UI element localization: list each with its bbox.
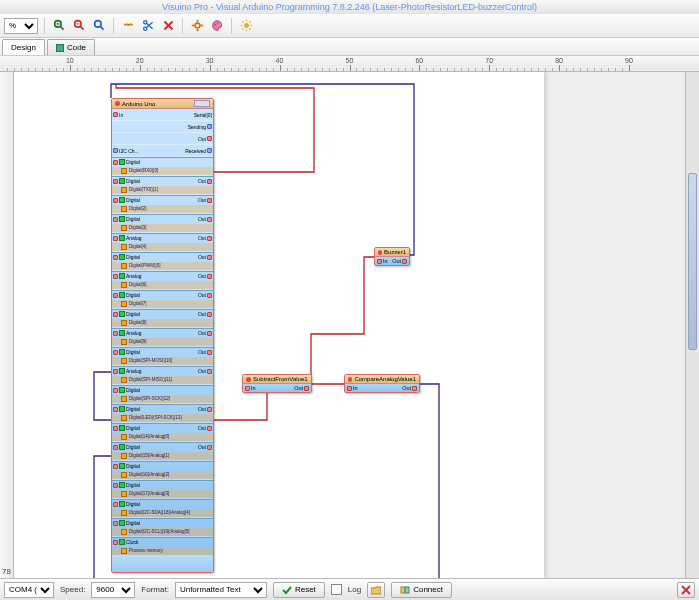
connect-button[interactable]: Connect <box>391 582 452 598</box>
pin-out[interactable] <box>207 124 212 129</box>
node-header[interactable]: Buzzer1 <box>375 248 409 257</box>
pin-row[interactable]: DigitalDigital(SPI-SCK)[12] <box>112 385 213 404</box>
pin-in[interactable] <box>113 502 118 507</box>
pin-out[interactable] <box>207 198 212 203</box>
pin-in[interactable] <box>113 369 118 374</box>
pin-row[interactable]: DigitalOutDigital[14]/Analog[0] <box>112 423 213 442</box>
pin-in[interactable] <box>113 179 118 184</box>
pin-row[interactable]: DigitalOutDigital[8] <box>112 309 213 328</box>
scissors-icon[interactable] <box>140 18 156 34</box>
pin-row[interactable]: DigitalOutDigital[7] <box>112 290 213 309</box>
pin-in[interactable] <box>113 331 118 336</box>
scroll-thumb[interactable] <box>688 173 697 350</box>
pin-in[interactable] <box>113 483 118 488</box>
pin-row[interactable]: DigitalDigital[17]/Analog[3] <box>112 480 213 499</box>
compare-node[interactable]: CompareAnalogValue1 InOut <box>344 374 420 393</box>
pin-in[interactable] <box>113 274 118 279</box>
pin-row[interactable]: DigitalDigital[16]/Analog[2] <box>112 461 213 480</box>
pin-out[interactable] <box>207 293 212 298</box>
pin-row[interactable]: DigitalOutDigital(SPI-MOSI)[10] <box>112 347 213 366</box>
node-collapse[interactable] <box>194 100 210 107</box>
pin-in[interactable] <box>113 426 118 431</box>
pin-row[interactable]: DigitalOutDigital[2] <box>112 195 213 214</box>
pin-row[interactable]: DigitalOutDigital(PWM)[5] <box>112 252 213 271</box>
node-header[interactable]: SubtractFromValue1 <box>243 375 311 384</box>
pin-row[interactable]: I2C Ch... Received <box>112 145 213 157</box>
pin-out[interactable] <box>207 426 212 431</box>
pin-row[interactable]: DigitalOutDigital[3] <box>112 214 213 233</box>
pin-out[interactable] <box>207 369 212 374</box>
pin-row[interactable]: Out <box>112 133 213 145</box>
pin-in[interactable] <box>113 198 118 203</box>
pin-in[interactable] <box>113 445 118 450</box>
subtract-node[interactable]: SubtractFromValue1 InOut <box>242 374 312 393</box>
speed-combo[interactable]: 9600 <box>91 582 135 598</box>
link-icon[interactable] <box>120 18 136 34</box>
zoom-out-icon[interactable] <box>71 18 87 34</box>
buzzer-node[interactable]: Buzzer1 InOut <box>374 247 410 266</box>
pin-in[interactable] <box>113 160 118 165</box>
pin-row[interactable]: AnalogOutDigital[9] <box>112 328 213 347</box>
tab-design[interactable]: Design <box>2 39 45 55</box>
delete-icon[interactable] <box>160 18 176 34</box>
pin-out[interactable] <box>207 331 212 336</box>
pin-row[interactable]: In Serial[0] <box>112 109 213 121</box>
pin-row[interactable]: ClockProcess memory <box>112 537 213 556</box>
pin-in[interactable] <box>113 217 118 222</box>
pin-out[interactable] <box>207 350 212 355</box>
pin-out[interactable] <box>207 136 212 141</box>
pin-in[interactable] <box>113 112 118 117</box>
pin-out[interactable] <box>402 259 407 264</box>
pin-row[interactable]: DigitalOutDigital(LED)(SPI-SCK)[13] <box>112 404 213 423</box>
pin-in[interactable] <box>113 388 118 393</box>
zoom-fit-icon[interactable] <box>91 18 107 34</box>
pin-row[interactable]: DigitalOutDigital[15]/Analog[1] <box>112 442 213 461</box>
pin-out[interactable] <box>207 274 212 279</box>
pin-out[interactable] <box>207 217 212 222</box>
pin-row[interactable]: AnalogOutDigital[6] <box>112 271 213 290</box>
pin-row[interactable]: DigitalOutDigital(TX0)[1] <box>112 176 213 195</box>
pin-row[interactable]: Sending <box>112 121 213 133</box>
pin-out[interactable] <box>207 445 212 450</box>
pin-in[interactable] <box>377 259 382 264</box>
pin-in[interactable] <box>347 386 352 391</box>
close-panel-button[interactable] <box>677 582 695 598</box>
zoom-combo[interactable]: % <box>4 18 38 34</box>
node-header[interactable]: CompareAnalogValue1 <box>345 375 419 384</box>
pin-in[interactable] <box>113 312 118 317</box>
format-combo[interactable]: Unformatted Text <box>175 582 267 598</box>
arduino-node[interactable]: Arduino Uno In Serial[0] Sending Out <box>111 98 214 573</box>
pin-out[interactable] <box>207 407 212 412</box>
pin-in[interactable] <box>113 255 118 260</box>
pin-out[interactable] <box>207 148 212 153</box>
pin-in[interactable] <box>113 293 118 298</box>
pin-out[interactable] <box>207 236 212 241</box>
pin-row[interactable]: DigitalDigital(I2C-SCL)[19]/Analog[5] <box>112 518 213 537</box>
pin-in[interactable] <box>113 540 118 545</box>
pin-in[interactable] <box>113 236 118 241</box>
pin-out[interactable] <box>207 255 212 260</box>
pin-in[interactable] <box>113 407 118 412</box>
pin-in[interactable] <box>113 350 118 355</box>
tab-code[interactable]: Code <box>47 39 95 55</box>
pin-in[interactable] <box>113 148 118 153</box>
com-port-combo[interactable]: COM4 (L <box>4 582 54 598</box>
pin-row[interactable]: AnalogOutDigital[4] <box>112 233 213 252</box>
pin-row[interactable]: DigitalDigital(I2C-SDA)[18]/Analog[4] <box>112 499 213 518</box>
pin-in[interactable] <box>113 464 118 469</box>
pin-in[interactable] <box>113 521 118 526</box>
pin-row[interactable]: AnalogOutDigital(SPI-MISO)[11] <box>112 366 213 385</box>
sun-icon[interactable] <box>238 18 254 34</box>
vertical-scrollbar[interactable] <box>685 72 699 578</box>
pin-out[interactable] <box>207 179 212 184</box>
zoom-in-icon[interactable] <box>51 18 67 34</box>
reset-button[interactable]: Reset <box>273 582 325 598</box>
log-checkbox[interactable] <box>331 584 342 595</box>
canvas[interactable]: Arduino Uno In Serial[0] Sending Out <box>14 72 685 578</box>
log-browse-button[interactable] <box>367 582 385 598</box>
pin-out[interactable] <box>304 386 309 391</box>
pin-in[interactable] <box>245 386 250 391</box>
gear-icon[interactable] <box>189 18 205 34</box>
pin-row[interactable]: DigitalDigital(RX0)[0] <box>112 157 213 176</box>
palette-icon[interactable] <box>209 18 225 34</box>
